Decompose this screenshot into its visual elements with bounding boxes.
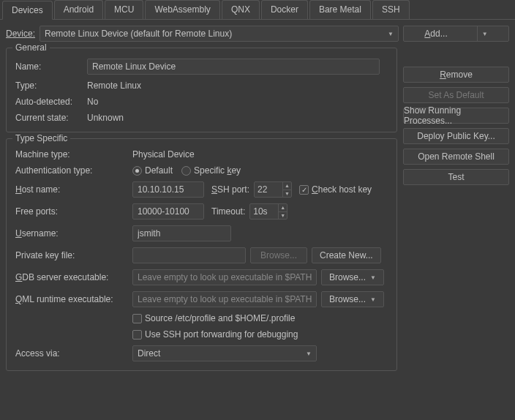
sshport-input[interactable]: ▲▼ [254,181,292,198]
name-label: Name: [15,61,87,72]
access-via-select[interactable]: Direct ▼ [132,345,317,361]
autodetected-value: No [87,97,98,107]
tab-qnx[interactable]: QNX [222,0,260,19]
username-input[interactable] [132,225,231,241]
chevron-down-icon: ▼ [370,296,376,303]
freeports-input[interactable] [132,203,204,220]
source-profile-checkbox[interactable]: Source /etc/profile and $HOME/.profile [132,313,295,323]
device-select-value: Remote Linux Device (default for Remote … [45,29,232,39]
gdb-input[interactable] [132,269,317,285]
test-button[interactable]: Test [403,169,509,185]
create-new-button[interactable]: Create New... [312,247,381,263]
private-key-input[interactable] [132,247,246,263]
private-key-label: Private key file: [15,250,132,260]
qml-input[interactable] [132,291,317,307]
chevron-down-icon: ▼ [388,31,394,37]
tab-android[interactable]: Android [54,0,103,19]
type-specific-group: Type Specific Machine type: Physical Dev… [6,138,397,371]
check-host-key-checkbox[interactable]: Check host key [299,184,372,195]
gdb-label: GDB server executable: [15,272,132,282]
general-group: General Name: Type: Remote Linux Auto-de… [6,48,397,132]
show-running-processes-button[interactable]: Show Running Processes... [403,108,509,124]
chevron-down-icon: ▼ [306,350,312,357]
gdb-browse-button[interactable]: Browse...▼ [321,269,384,285]
state-label: Current state: [15,113,87,123]
remove-button[interactable]: Remove [403,67,509,83]
machine-type-value: Physical Device [132,149,195,160]
hostname-input[interactable] [132,181,204,198]
tab-devices[interactable]: Devices [2,1,53,20]
timeout-input[interactable]: ▲▼ [249,203,287,220]
set-as-default-button[interactable]: Set As Default [403,87,509,103]
autodetected-label: Auto-detected: [15,97,87,107]
chevron-down-icon: ▼ [477,26,488,41]
auth-type-label: Authentication type: [15,165,132,176]
spinner-icon[interactable]: ▲▼ [282,182,291,197]
tab-bar: Devices Android MCU WebAssembly QNX Dock… [0,0,515,19]
open-remote-shell-button[interactable]: Open Remote Shell [403,149,509,165]
qml-browse-button[interactable]: Browse...▼ [321,291,384,307]
type-label: Type: [15,80,87,91]
state-value: Unknown [87,113,124,123]
tab-baremetal[interactable]: Bare Metal [309,0,371,19]
tab-webassembly[interactable]: WebAssembly [145,0,219,19]
qml-label: QML runtime executable: [15,294,132,304]
timeout-label: Timeout: [211,206,245,217]
access-via-label: Access via: [15,348,132,359]
general-title: General [12,42,50,53]
auth-specific-key-radio[interactable]: Specific key [181,165,241,176]
hostname-label: Host name: [15,184,132,195]
sshport-label: SSH port: [211,184,249,195]
type-specific-title: Type Specific [12,133,70,143]
type-value: Remote Linux [87,80,141,91]
chevron-down-icon: ▼ [370,274,376,281]
machine-type-label: Machine type: [15,149,132,160]
add-button[interactable]: Add... ▼ [403,26,509,42]
tab-docker[interactable]: Docker [261,0,308,19]
device-select[interactable]: Remote Linux Device (default for Remote … [40,26,399,42]
username-label: Username: [15,228,132,239]
auth-default-radio[interactable]: Default [132,165,173,176]
tab-mcu[interactable]: MCU [105,0,143,19]
freeports-label: Free ports: [15,206,132,217]
deploy-public-key-button[interactable]: Deploy Public Key... [403,128,509,144]
tab-ssh[interactable]: SSH [372,0,410,19]
name-input[interactable] [87,59,380,75]
ssh-forwarding-checkbox[interactable]: Use SSH port forwarding for debugging [132,329,298,340]
spinner-icon[interactable]: ▲▼ [278,204,287,219]
device-label: Device: [6,29,35,39]
private-key-browse-button[interactable]: Browse... [250,247,307,263]
